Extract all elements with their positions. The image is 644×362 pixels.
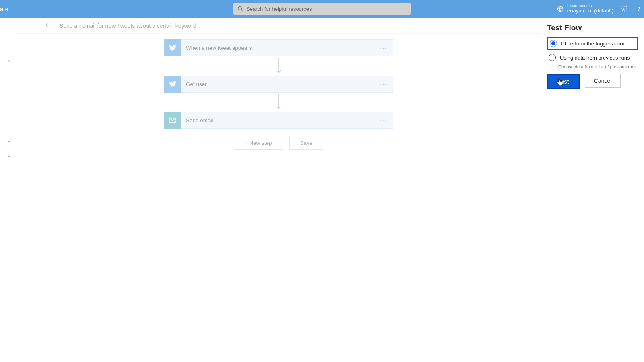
search-icon: [237, 6, 243, 12]
brand-fragment: ate: [0, 6, 8, 12]
test-button-label: Test: [558, 78, 569, 85]
gear-icon[interactable]: [621, 5, 628, 12]
twitter-icon: [164, 76, 181, 93]
header-right: Environments enayu.com (default): [557, 0, 644, 18]
canvas-buttons: + New step Save: [234, 136, 324, 150]
flow-step-get-user[interactable]: Get user ···: [164, 76, 393, 93]
cancel-button[interactable]: Cancel: [585, 74, 621, 88]
panel-title: Test Flow: [547, 23, 638, 32]
chevron-down-icon[interactable]: ⌄: [7, 153, 11, 158]
more-icon[interactable]: ···: [380, 81, 387, 87]
mail-icon: [164, 112, 181, 129]
radio-label: I'll perform the trigger action: [561, 41, 626, 47]
arrow-connector: [275, 56, 282, 76]
environment-text: Environments enayu.com (default): [567, 4, 613, 14]
search-input[interactable]: [246, 6, 407, 12]
svg-point-3: [623, 8, 625, 10]
flow-title: Send an email for new Tweets about a cer…: [60, 23, 196, 29]
test-button[interactable]: Test: [547, 74, 580, 89]
back-arrow-icon[interactable]: [43, 21, 51, 30]
flow-title-bar: Send an email for new Tweets about a cer…: [16, 18, 541, 34]
chevron-down-icon[interactable]: ⌄: [7, 138, 11, 143]
flow-step-send-email[interactable]: Send email ···: [164, 112, 393, 129]
search-box[interactable]: [233, 3, 411, 15]
radio-label: Using data from previous runs: [560, 55, 630, 61]
radio-perform-trigger[interactable]: I'll perform the trigger action: [547, 37, 638, 50]
flow-step-trigger[interactable]: When a new tweet appears ···: [164, 39, 393, 56]
radio-icon: [549, 54, 556, 61]
test-flow-panel: Test Flow I'll perform the trigger actio…: [541, 18, 644, 362]
svg-point-4: [638, 10, 639, 11]
flow-canvas: When a new tweet appears ··· Get user ··…: [16, 34, 541, 362]
left-nav-strip: ⌄ ⌄ ⌄: [0, 18, 16, 362]
more-icon[interactable]: ···: [380, 45, 387, 51]
environment-label: Environments: [567, 4, 613, 8]
step-label: Get user: [181, 81, 207, 87]
save-button[interactable]: Save: [289, 136, 324, 150]
svg-line-1: [242, 10, 243, 12]
step-label: When a new tweet appears: [181, 45, 252, 51]
radio-icon: [550, 40, 557, 47]
environment-icon: [557, 5, 564, 12]
new-step-button[interactable]: + New step: [234, 136, 283, 150]
search-container: [233, 3, 411, 15]
step-label: Send email: [181, 117, 213, 123]
environment-name: enayu.com (default): [567, 8, 613, 14]
arrow-connector: [275, 93, 282, 112]
svg-point-0: [238, 7, 242, 10]
previous-runs-hint: Choose data from a list of previous runs: [547, 64, 638, 69]
radio-previous-runs[interactable]: Using data from previous runs: [547, 51, 638, 64]
svg-rect-7: [169, 118, 176, 123]
environment-picker[interactable]: Environments enayu.com (default): [557, 4, 613, 14]
twitter-icon: [164, 39, 181, 56]
top-header: ate Environments enayu.com (default): [0, 0, 644, 18]
help-icon[interactable]: [635, 5, 642, 12]
panel-buttons: Test Cancel: [547, 74, 638, 89]
chevron-down-icon[interactable]: ⌄: [7, 57, 11, 63]
more-icon[interactable]: ···: [380, 117, 387, 123]
